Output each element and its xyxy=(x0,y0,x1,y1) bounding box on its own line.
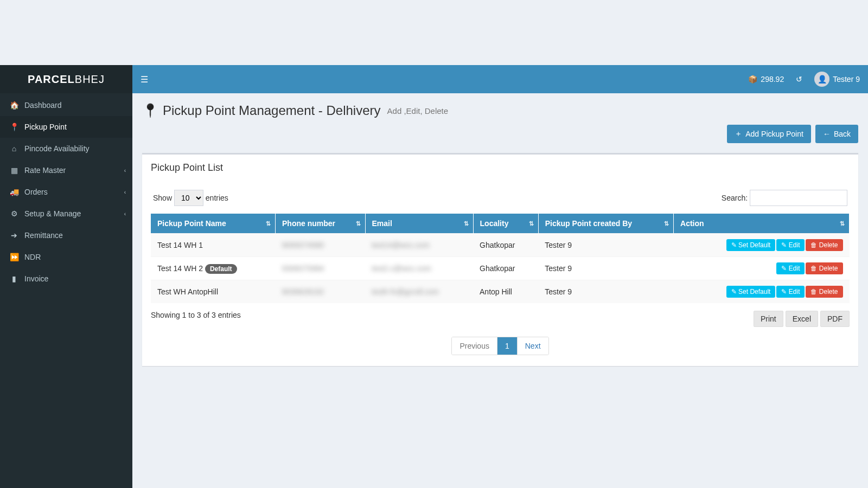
pagination-next[interactable]: Next xyxy=(518,337,548,355)
add-pickup-point-button[interactable]: ＋ Add Pickup Point xyxy=(727,125,811,143)
sort-icon: ⇅ xyxy=(464,220,469,227)
cell-created-by: Tester 9 xyxy=(538,234,673,257)
sidebar-item-pincode-availability[interactable]: ⌂Pincode Availability xyxy=(0,138,132,159)
table-row: Test 14 WH 2 Default9306075984test2.c@wc… xyxy=(151,257,850,280)
table-info: Showing 1 to 3 of 3 entries xyxy=(151,311,241,319)
menu-toggle-icon[interactable]: ☰ xyxy=(141,74,148,85)
sidebar-item-invoice[interactable]: ▮Invoice xyxy=(0,268,132,290)
column-header[interactable]: Locality⇅ xyxy=(473,214,538,234)
cell-name: Test 14 WH 1 xyxy=(151,234,276,257)
forward-icon: ⏩ xyxy=(8,253,20,261)
cell-actions: ✎ Set Default✎ Edit🗑 Delete xyxy=(674,234,850,257)
sidebar-item-label: Pincode Availability xyxy=(24,144,90,153)
sidebar-item-dashboard[interactable]: 🏠Dashboard xyxy=(0,94,132,116)
file-icon: ▮ xyxy=(8,274,20,283)
set-default-button[interactable]: ✎ Set Default xyxy=(726,239,776,251)
cell-locality: Ghatkopar xyxy=(473,234,538,257)
datatable-footer: Showing 1 to 3 of 3 entries PrintExcelPD… xyxy=(151,303,850,355)
sidebar-item-orders[interactable]: 🚚Orders‹ xyxy=(0,181,132,203)
page-subtitle: Add ,Edit, Delete xyxy=(387,106,449,115)
column-header[interactable]: Action⇅ xyxy=(674,214,850,234)
cell-created-by: Tester 9 xyxy=(538,280,673,304)
edit-button[interactable]: ✎ Edit xyxy=(776,239,805,251)
datatable-controls: Show 10 entries Search: xyxy=(151,187,850,214)
sidebar-item-label: Remittance xyxy=(24,231,63,240)
excel-export-button[interactable]: Excel xyxy=(786,311,818,327)
truck-icon: 🚚 xyxy=(8,188,20,196)
default-badge: Default xyxy=(205,264,237,274)
pickup-points-table: Pickup Point Name⇅Phone number⇅Email⇅Loc… xyxy=(151,214,850,303)
cell-name: Test 14 WH 2 Default xyxy=(151,257,276,280)
box-body: Show 10 entries Search: Pickup Point Nam… xyxy=(142,181,858,366)
cell-created-by: Tester 9 xyxy=(538,257,673,280)
gears-icon: ⚙ xyxy=(8,209,20,218)
brand-prefix: PARCEL xyxy=(28,73,75,85)
cell-phone: 9306075984 xyxy=(276,257,366,280)
sort-icon: ⇅ xyxy=(840,220,845,227)
balance-display[interactable]: 📦 298.92 xyxy=(748,75,784,84)
sidebar: PARCELBHEJ 🏠Dashboard📍Pickup Point⌂Pinco… xyxy=(0,65,132,488)
history-icon[interactable]: ↺ xyxy=(796,75,802,84)
sidebar-item-remittance[interactable]: ➔Remittance xyxy=(0,224,132,246)
sidebar-item-label: Orders xyxy=(24,188,48,196)
location-pin-icon: 📍 xyxy=(142,103,158,118)
box-icon: 📦 xyxy=(748,75,757,84)
search-input[interactable] xyxy=(750,190,847,206)
sidebar-item-label: Pickup Point xyxy=(24,123,67,131)
cell-actions: ✎ Edit🗑 Delete xyxy=(674,257,850,280)
set-default-button[interactable]: ✎ Set Default xyxy=(726,286,776,298)
sidebar-item-label: Invoice xyxy=(24,274,48,283)
user-menu[interactable]: 👤 Tester 9 xyxy=(814,72,860,87)
cell-locality: Ghatkopar xyxy=(473,257,538,280)
pagination-page[interactable]: 1 xyxy=(497,337,518,355)
table-row: Test WH AntopHill 9039628192testh-fv@gcr… xyxy=(151,280,850,304)
cell-locality: Antop Hill xyxy=(473,280,538,304)
sidebar-item-ndr[interactable]: ⏩NDR xyxy=(0,246,132,268)
brand-suffix: BHEJ xyxy=(75,73,105,85)
sort-icon: ⇅ xyxy=(266,220,271,227)
sidebar-item-rate-master[interactable]: ▦Rate Master‹ xyxy=(0,159,132,181)
username-label: Tester 9 xyxy=(833,75,860,84)
delete-button[interactable]: 🗑 Delete xyxy=(806,262,843,274)
sidebar-item-label: Rate Master xyxy=(24,166,66,175)
arrow-icon: ➔ xyxy=(8,231,20,240)
dashboard-icon: 🏠 xyxy=(8,101,20,110)
sort-icon: ⇅ xyxy=(529,220,534,227)
cell-email: test2.c@wcc.com xyxy=(365,257,473,280)
print-export-button[interactable]: Print xyxy=(754,311,783,327)
edit-button[interactable]: ✎ Edit xyxy=(776,262,805,274)
chevron-left-icon: ‹ xyxy=(124,189,126,195)
column-header[interactable]: Email⇅ xyxy=(365,214,473,234)
brand-logo: PARCELBHEJ xyxy=(0,65,132,93)
sidebar-item-label: NDR xyxy=(24,253,41,261)
calc-icon: ▦ xyxy=(8,166,20,175)
delete-button[interactable]: 🗑 Delete xyxy=(806,239,843,251)
delete-button[interactable]: 🗑 Delete xyxy=(806,286,843,298)
cell-email: testh-fv@gcroll.com xyxy=(365,280,473,304)
content-header: 📍 Pickup Point Management - Delhivery Ad… xyxy=(132,93,868,125)
sort-icon: ⇅ xyxy=(664,220,669,227)
arrow-left-icon: ← xyxy=(823,130,831,138)
pickup-point-list-box: Pickup Point List Show 10 entries Search… xyxy=(142,153,858,366)
edit-button[interactable]: ✎ Edit xyxy=(776,286,805,298)
cell-name: Test WH AntopHill xyxy=(151,280,276,304)
sidebar-item-setup-manage[interactable]: ⚙Setup & Manage‹ xyxy=(0,203,132,224)
main-area: ☰ 📦 298.92 ↺ 👤 Tester 9 📍 Pickup Point M… xyxy=(132,65,868,488)
pdf-export-button[interactable]: PDF xyxy=(820,311,850,327)
sidebar-item-pickup-point[interactable]: 📍Pickup Point xyxy=(0,116,132,138)
sidebar-item-label: Setup & Manage xyxy=(24,209,81,218)
column-header[interactable]: Pickup Point Name⇅ xyxy=(151,214,276,234)
box-title: Pickup Point List xyxy=(142,155,858,181)
page-size-select[interactable]: 10 xyxy=(174,190,203,206)
sidebar-item-label: Dashboard xyxy=(24,101,62,110)
topbar: ☰ 📦 298.92 ↺ 👤 Tester 9 xyxy=(132,65,868,93)
pagination: Previous1Next xyxy=(151,332,850,355)
balance-value: 298.92 xyxy=(761,75,784,84)
page-size-control: Show 10 entries xyxy=(153,190,228,206)
back-button[interactable]: ← Back xyxy=(815,125,858,143)
pin-icon: 📍 xyxy=(8,123,20,131)
pagination-prev[interactable]: Previous xyxy=(452,337,497,355)
cell-email: test14@wcc.com xyxy=(365,234,473,257)
column-header[interactable]: Pickup Point created By⇅ xyxy=(538,214,673,234)
column-header[interactable]: Phone number⇅ xyxy=(276,214,366,234)
